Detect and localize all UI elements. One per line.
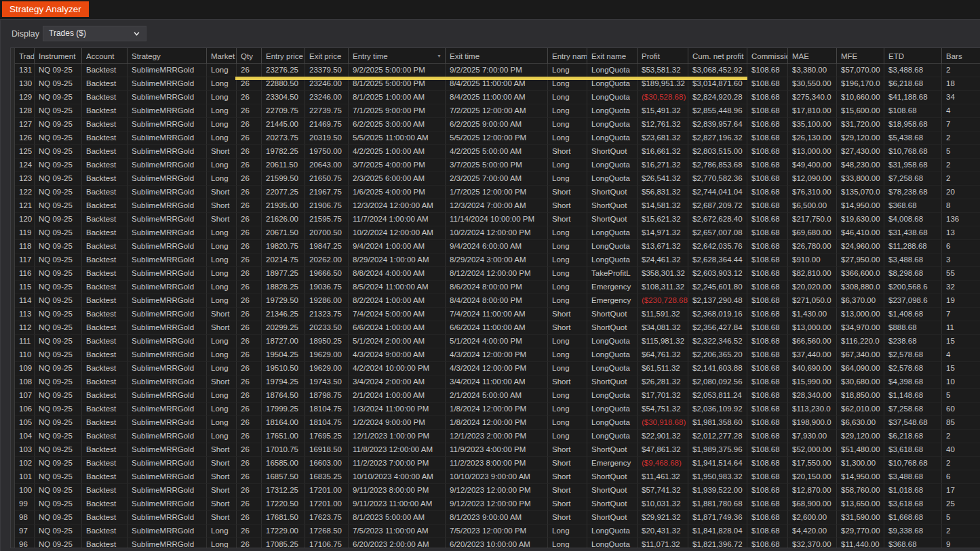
cell-exit-price: 20319.50 [305, 131, 349, 145]
table-row[interactable]: 124NQ 09-25BacktestSublimeMRRGoldLong262… [15, 159, 980, 172]
column-header-exit-price[interactable]: Exit price [305, 48, 349, 64]
column-header-strategy[interactable]: Strategy [128, 48, 207, 64]
column-header-entry-price[interactable]: Entry price [262, 48, 305, 64]
cell-entry-price: 20299.25 [262, 321, 305, 335]
cell-mfe: $10,660.00 [837, 91, 884, 104]
cell-commission: $108.68 [747, 321, 788, 335]
column-header-label: Instrument [39, 49, 81, 64]
cell-bars: 10 [942, 375, 980, 389]
cell-commission: $108.68 [747, 199, 788, 213]
cell-mfe: $30,680.00 [837, 375, 884, 389]
cell-exit-name: ShortQuot [587, 443, 638, 457]
cell-mae: $26,130.00 [788, 131, 837, 145]
cell-entry-name: Long [548, 104, 587, 118]
table-row[interactable]: 109NQ 09-25BacktestSublimeMRRGoldLong261… [15, 362, 980, 375]
cell-exit-name: LongQuota [587, 335, 638, 348]
column-header-market[interactable]: Market [207, 48, 237, 64]
column-header-mfe[interactable]: MFE [837, 48, 884, 64]
table-row[interactable]: 120NQ 09-25BacktestSublimeMRRGoldShort26… [15, 213, 980, 226]
cell-mfe: $19,630.00 [837, 213, 884, 226]
table-row[interactable]: 104NQ 09-25BacktestSublimeMRRGoldLong261… [15, 430, 980, 443]
table-row[interactable]: 103NQ 09-25BacktestSublimeMRRGoldShort26… [15, 443, 980, 457]
column-header-etd[interactable]: ETD [884, 48, 942, 64]
cell-entry-time: 4/2/2024 10:00:00 PM [349, 362, 446, 375]
cell-entry-price: 20671.50 [262, 226, 305, 240]
table-row[interactable]: 107NQ 09-25BacktestSublimeMRRGoldLong261… [15, 389, 980, 403]
column-header-qty[interactable]: Qty [237, 48, 262, 64]
table-row[interactable]: 101NQ 09-25BacktestSublimeMRRGoldShort26… [15, 470, 980, 484]
column-header-bars[interactable]: Bars [942, 48, 980, 64]
cell-trad: 129 [15, 91, 35, 104]
tab-strategy-analyzer[interactable]: Strategy Analyzer [2, 1, 89, 17]
table-row[interactable]: 125NQ 09-25BacktestSublimeMRRGoldShort26… [15, 145, 980, 159]
table-row[interactable]: 112NQ 09-25BacktestSublimeMRRGoldShort26… [15, 321, 980, 335]
table-row[interactable]: 105NQ 09-25BacktestSublimeMRRGoldLong261… [15, 416, 980, 430]
cell-cum-net-profit: $2,322,346.52 [688, 335, 747, 348]
cell-exit-price: 17623.75 [305, 511, 349, 525]
column-header-profit[interactable]: Profit [638, 48, 688, 64]
column-header-entry-name[interactable]: Entry name [548, 48, 587, 64]
column-header-account[interactable]: Account [82, 48, 128, 64]
cell-trad: 98 [15, 511, 35, 525]
table-row[interactable]: 102NQ 09-25BacktestSublimeMRRGoldShort26… [15, 457, 980, 470]
cell-entry-name: Short [548, 213, 587, 226]
column-header-entry-time[interactable]: Entry time▼ [349, 48, 446, 64]
column-header-trad[interactable]: Trad [15, 48, 35, 64]
table-row[interactable]: 111NQ 09-25BacktestSublimeMRRGoldLong261… [15, 335, 980, 348]
table-row[interactable]: 129NQ 09-25BacktestSublimeMRRGoldLong262… [15, 91, 980, 104]
cell-qty: 26 [237, 159, 262, 172]
cell-exit-time: 9/12/2023 12:00:00 PM [446, 484, 548, 497]
cell-qty: 26 [237, 199, 262, 213]
table-row[interactable]: 113NQ 09-25BacktestSublimeMRRGoldShort26… [15, 308, 980, 321]
table-row[interactable]: 98NQ 09-25BacktestSublimeMRRGoldShort261… [15, 511, 980, 525]
table-row[interactable]: 118NQ 09-25BacktestSublimeMRRGoldLong261… [15, 240, 980, 253]
table-row[interactable]: 121NQ 09-25BacktestSublimeMRRGoldShort26… [15, 199, 980, 213]
table-row[interactable]: 126NQ 09-25BacktestSublimeMRRGoldLong262… [15, 131, 980, 145]
table-row[interactable]: 128NQ 09-25BacktestSublimeMRRGoldLong262… [15, 104, 980, 118]
table-row[interactable]: 117NQ 09-25BacktestSublimeMRRGoldLong262… [15, 253, 980, 267]
cell-profit: $34,081.32 [638, 321, 688, 335]
cell-cum-net-profit: $1,939,522.00 [688, 484, 747, 497]
table-row[interactable]: 116NQ 09-25BacktestSublimeMRRGoldLong261… [15, 267, 980, 281]
column-header-exit-name[interactable]: Exit name [587, 48, 638, 64]
cell-market: Short [207, 145, 237, 159]
table-row[interactable]: 119NQ 09-25BacktestSublimeMRRGoldLong262… [15, 226, 980, 240]
table-row[interactable]: 122NQ 09-25BacktestSublimeMRRGoldShort26… [15, 186, 980, 199]
cell-mfe: $67,340.00 [837, 348, 884, 362]
table-row[interactable]: 131NQ 09-25BacktestSublimeMRRGoldLong262… [15, 64, 980, 77]
column-header-mae[interactable]: MAE [788, 48, 837, 64]
column-header-exit-time[interactable]: Exit time [446, 48, 548, 64]
table-row[interactable]: 114NQ 09-25BacktestSublimeMRRGoldLong261… [15, 294, 980, 308]
table-row[interactable]: 130NQ 09-25BacktestSublimeMRRGoldLong262… [15, 77, 980, 91]
cell-exit-time: 4/3/2024 12:00:00 PM [446, 362, 548, 375]
cell-bars: 11 [942, 321, 980, 335]
cell-cum-net-profit: $3,068,452.92 [688, 64, 747, 77]
cell-exit-name: LongQuota [587, 226, 638, 240]
cell-exit-time: 4/2/2025 5:00:00 AM [446, 145, 548, 159]
cell-commission: $108.68 [747, 131, 788, 145]
table-row[interactable]: 110NQ 09-25BacktestSublimeMRRGoldLong261… [15, 348, 980, 362]
cell-exit-name: LongQuota [587, 430, 638, 443]
table-row[interactable]: 123NQ 09-25BacktestSublimeMRRGoldLong262… [15, 172, 980, 186]
table-row[interactable]: 100NQ 09-25BacktestSublimeMRRGoldShort26… [15, 484, 980, 497]
cell-account: Backtest [82, 525, 128, 538]
cell-cum-net-profit: $2,628,364.44 [688, 253, 747, 267]
display-dropdown[interactable]: Trades ($) [43, 26, 146, 41]
column-header-commission[interactable]: Commission [747, 48, 788, 64]
cell-market: Long [207, 118, 237, 131]
table-row[interactable]: 96NQ 09-25BacktestSublimeMRRGoldLong2617… [15, 538, 980, 548]
table-row[interactable]: 106NQ 09-25BacktestSublimeMRRGoldLong261… [15, 403, 980, 416]
table-row[interactable]: 99NQ 09-25BacktestSublimeMRRGoldShort261… [15, 497, 980, 511]
table-row[interactable]: 97NQ 09-25BacktestSublimeMRRGoldLong2617… [15, 525, 980, 538]
table-row[interactable]: 115NQ 09-25BacktestSublimeMRRGoldLong261… [15, 281, 980, 294]
column-header-instrument[interactable]: Instrument [35, 48, 82, 64]
cell-qty: 26 [237, 91, 262, 104]
cell-bars: 2 [942, 131, 980, 145]
table-row[interactable]: 127NQ 09-25BacktestSublimeMRRGoldLong262… [15, 118, 980, 131]
cell-trad: 101 [15, 470, 35, 484]
cell-exit-name: LongQuota [587, 403, 638, 416]
table-row[interactable]: 108NQ 09-25BacktestSublimeMRRGoldShort26… [15, 375, 980, 389]
column-header-cum-net-profit[interactable]: Cum. net profit [688, 48, 747, 64]
cell-account: Backtest [82, 335, 128, 348]
cell-entry-name: Short [548, 457, 587, 470]
